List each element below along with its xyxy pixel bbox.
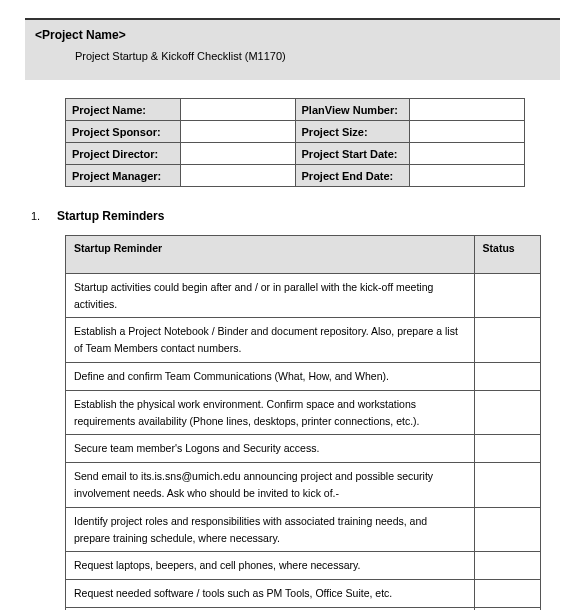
info-row: Project Name: PlanView Number: [66, 99, 525, 121]
info-label: Project Start Date: [295, 143, 410, 165]
section-heading: 1. Startup Reminders [25, 209, 560, 223]
info-value[interactable] [410, 121, 525, 143]
table-row: Request needed software / tools such as … [66, 580, 541, 608]
status-cell[interactable] [474, 580, 541, 608]
info-label: Project Director: [66, 143, 181, 165]
info-label: Project Manager: [66, 165, 181, 187]
info-row: Project Sponsor: Project Size: [66, 121, 525, 143]
startup-reminder-table: Startup Reminder Status Startup activiti… [65, 235, 541, 610]
info-value[interactable] [180, 99, 295, 121]
info-value[interactable] [180, 143, 295, 165]
table-row: Secure team member's Logons and Security… [66, 435, 541, 463]
status-cell[interactable] [474, 390, 541, 435]
status-cell[interactable] [474, 362, 541, 390]
info-label: Project End Date: [295, 165, 410, 187]
reminder-text: Request needed software / tools such as … [66, 580, 475, 608]
document-subtitle: Project Startup & Kickoff Checklist (M11… [35, 50, 550, 62]
section-number: 1. [25, 210, 57, 222]
info-label: PlanView Number: [295, 99, 410, 121]
info-label: Project Name: [66, 99, 181, 121]
section-title: Startup Reminders [57, 209, 164, 223]
column-header-status: Status [474, 236, 541, 274]
info-label: Project Sponsor: [66, 121, 181, 143]
reminder-text: Define and confirm Team Communications (… [66, 362, 475, 390]
table-row: Establish a Project Notebook / Binder an… [66, 318, 541, 363]
status-cell[interactable] [474, 318, 541, 363]
reminder-text: Secure team member's Logons and Security… [66, 435, 475, 463]
table-row: Send email to its.is.sns@umich.edu annou… [66, 463, 541, 508]
info-row: Project Manager: Project End Date: [66, 165, 525, 187]
table-row: Define and confirm Team Communications (… [66, 362, 541, 390]
reminder-text: Establish the physical work environment.… [66, 390, 475, 435]
document-header: <Project Name> Project Startup & Kickoff… [25, 18, 560, 80]
table-row: Request laptops, beepers, and cell phone… [66, 552, 541, 580]
project-name-placeholder: <Project Name> [35, 28, 550, 42]
info-label: Project Size: [295, 121, 410, 143]
status-cell[interactable] [474, 435, 541, 463]
status-cell[interactable] [474, 507, 541, 552]
table-row: Establish the physical work environment.… [66, 390, 541, 435]
table-row: Startup activities could begin after and… [66, 273, 541, 318]
reminder-table-body: Startup activities could begin after and… [66, 273, 541, 610]
status-cell[interactable] [474, 463, 541, 508]
reminder-text: Request laptops, beepers, and cell phone… [66, 552, 475, 580]
column-header-reminder: Startup Reminder [66, 236, 475, 274]
project-info-table: Project Name: PlanView Number: Project S… [65, 98, 525, 187]
info-value[interactable] [410, 143, 525, 165]
info-row: Project Director: Project Start Date: [66, 143, 525, 165]
info-value[interactable] [180, 121, 295, 143]
reminder-text: Establish a Project Notebook / Binder an… [66, 318, 475, 363]
status-cell[interactable] [474, 273, 541, 318]
reminder-text: Identify project roles and responsibilit… [66, 507, 475, 552]
info-value[interactable] [410, 99, 525, 121]
info-table-body: Project Name: PlanView Number: Project S… [66, 99, 525, 187]
info-value[interactable] [180, 165, 295, 187]
status-cell[interactable] [474, 552, 541, 580]
table-row: Identify project roles and responsibilit… [66, 507, 541, 552]
reminder-text: Send email to its.is.sns@umich.edu annou… [66, 463, 475, 508]
table-header-row: Startup Reminder Status [66, 236, 541, 274]
info-value[interactable] [410, 165, 525, 187]
reminder-text: Startup activities could begin after and… [66, 273, 475, 318]
